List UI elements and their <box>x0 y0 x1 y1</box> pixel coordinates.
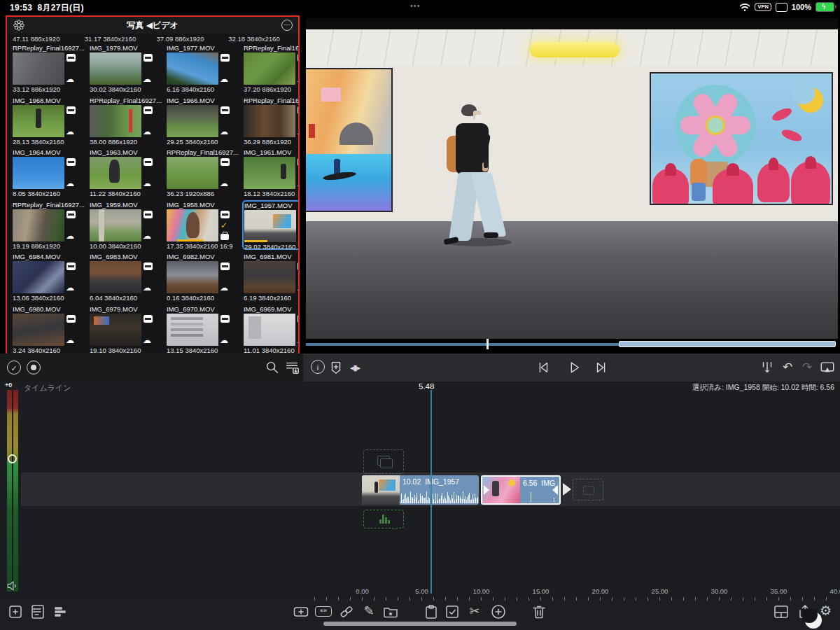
paste-attributes-button[interactable] <box>423 603 440 620</box>
clip-thumbnail[interactable] <box>90 52 141 85</box>
next-clip-placeholder[interactable] <box>573 479 603 500</box>
track-layout-button[interactable] <box>52 603 69 620</box>
clip-thumbnail[interactable] <box>90 157 141 189</box>
clip-thumbnail[interactable] <box>167 314 218 346</box>
scrubber-selected-clip-range[interactable] <box>619 341 836 347</box>
library-clip-cell[interactable]: IMG_1964.MOV ✓ ☁ 8.05 3840x2160 <box>11 148 86 198</box>
new-project-button[interactable] <box>7 603 24 620</box>
split-scissors-button[interactable]: ✂ <box>466 603 483 620</box>
library-clip-cell[interactable]: IMG_1957.MOV ✓ ☁ 29.02 3840x2160 16:9 <box>242 200 300 251</box>
link-clips-button[interactable] <box>338 603 355 620</box>
library-clip-cell[interactable]: IMG_1966.MOV ✓ ☁ 29.25 3840x2160 <box>165 96 240 146</box>
clip-duration-resolution: 6.04 3840x2160 <box>90 294 162 302</box>
preview-scrubber[interactable] <box>306 339 838 351</box>
clip-thumbnail[interactable] <box>90 314 141 346</box>
home-indicator[interactable] <box>323 622 517 626</box>
add-marker-button[interactable] <box>328 360 344 375</box>
clip-thumbnail[interactable] <box>90 105 141 137</box>
next-clip-button[interactable] <box>594 360 609 375</box>
library-clip-cell[interactable]: IMG_6981.MOV ✓ ☁ 6.19 3840x2160 <box>242 252 300 302</box>
external-display-button[interactable] <box>820 360 835 375</box>
clip-thumbnail[interactable] <box>13 52 64 85</box>
timeline-ruler[interactable]: 0.005.0010.0015.0020.0025.0030.0035.0040… <box>332 587 840 595</box>
timeline-clip-img-1957[interactable]: 10.02 IMG_1957 <box>362 475 479 505</box>
clip-thumbnail[interactable] <box>13 157 64 189</box>
clip-thumbnail[interactable] <box>13 261 64 293</box>
library-clip-cell[interactable]: IMG_6982.MOV ✓ ☁ 0.16 3840x2160 <box>165 252 240 302</box>
library-clip-cell[interactable]: IMG_1961.MOV ✓ ☁ 18.12 3840x2160 <box>242 148 300 198</box>
clip-thumbnail[interactable] <box>244 157 295 189</box>
multitask-dots-icon[interactable]: ••• <box>410 1 421 10</box>
library-clip-cell[interactable]: RPReplay_Final16927... ✓ ☁ 37.20 886x192… <box>242 43 300 94</box>
library-clip-cell[interactable]: RPReplay_Final16927... ✓ ☁ 19.19 886x192… <box>11 200 86 251</box>
media-type-icon <box>298 158 300 166</box>
library-clip-cell[interactable]: RPReplay_Final16927... ✓ ☁ 36.23 1920x88… <box>165 148 240 198</box>
speaker-icon[interactable] <box>6 579 20 592</box>
clip-thumbnail[interactable] <box>13 105 64 137</box>
clip-thumbnail[interactable] <box>167 157 218 189</box>
clip-thumbnail[interactable] <box>13 209 64 241</box>
trim-handle-left[interactable] <box>484 485 489 495</box>
video-preview[interactable]: オランダ <box>306 18 838 339</box>
library-clip-cell[interactable]: IMG_6984.MOV ✓ ☁ 13.06 3840x2160 <box>11 252 86 302</box>
overlay-track-placeholder[interactable] <box>363 449 404 474</box>
clip-thumbnail[interactable] <box>13 314 64 346</box>
insert-clip-button[interactable] <box>293 603 309 620</box>
library-clip-cell[interactable]: IMG_1958.MOV ✓ ☁ 17.35 3840x2160 16:9 <box>165 200 240 251</box>
audio-level-meter[interactable] <box>7 390 18 592</box>
clip-thumbnail[interactable] <box>244 261 295 293</box>
library-clip-cell[interactable]: RPReplay_Final16927... ✓ ☁ 36.29 886x192… <box>242 96 300 146</box>
clip-thumbnail[interactable] <box>90 209 141 241</box>
transition-button[interactable]: «» <box>315 606 332 617</box>
clip-thumbnail[interactable] <box>244 105 295 137</box>
clip-thumbnail[interactable] <box>244 314 295 346</box>
library-clip-cell[interactable]: IMG_6969.MOV ✓ ☁ 11.01 3840x2160 <box>242 304 300 355</box>
trim-tool-icon[interactable]: ◂▮▸ <box>346 360 363 375</box>
clip-thumbnail[interactable] <box>167 52 218 85</box>
library-breadcrumb-title[interactable]: 写真 ◀ビデオ <box>7 20 298 31</box>
library-clip-cell[interactable]: IMG_6980.MOV ✓ ☁ 3.24 3840x2160 <box>11 304 86 355</box>
edit-pencil-button[interactable]: ✎ <box>360 603 377 620</box>
clip-thumbnail[interactable] <box>167 209 218 241</box>
library-clip-cell[interactable]: RPReplay_Final16927... ✓ ☁ 33.12 886x192… <box>11 43 86 94</box>
add-button[interactable] <box>490 603 507 620</box>
more-options-icon[interactable]: ⋯ <box>281 20 293 31</box>
timeline-playhead[interactable] <box>430 390 432 594</box>
effects-preset-button[interactable] <box>382 603 399 620</box>
library-clip-cell[interactable]: IMG_1959.MOV ✓ ☁ 10.00 3840x2160 <box>88 200 163 251</box>
clip-thumbnail[interactable] <box>244 210 296 242</box>
play-button[interactable] <box>566 360 582 375</box>
multi-select-button[interactable]: ✓ <box>7 360 21 374</box>
clip-thumbnail[interactable] <box>167 105 218 137</box>
trim-handle-right[interactable] <box>552 485 558 495</box>
timeline-clip-img-1958-selected[interactable]: 6.56 IMG_1958 <box>481 475 561 505</box>
library-clip-cell[interactable]: RPReplay_Final16927... ✓ ☁ 38.00 886x192… <box>88 96 163 146</box>
previous-clip-button[interactable] <box>536 360 551 375</box>
library-clip-cell[interactable]: IMG_1977.MOV ✓ ☁ 6.16 3840x2160 <box>165 43 240 94</box>
delete-trash-button[interactable] <box>531 603 547 620</box>
search-button[interactable] <box>265 360 280 375</box>
library-clip-cell[interactable]: IMG_1963.MOV ✓ ☁ 11.22 3840x2160 <box>88 148 163 198</box>
clip-info-button[interactable]: i <box>311 360 325 374</box>
library-clip-cell[interactable]: IMG_1968.MOV ✓ ☁ 28.13 3840x2160 <box>11 96 86 146</box>
clip-thumbnail[interactable] <box>167 261 218 293</box>
insert-overwrite-toggle[interactable] <box>760 360 775 375</box>
clip-thumbnail[interactable] <box>244 52 295 85</box>
import-list-button[interactable] <box>284 360 300 375</box>
library-clip-cell[interactable]: IMG_1979.MOV ✓ ☁ 30.02 3840x2160 <box>88 43 163 94</box>
scrubber-playhead[interactable] <box>486 339 489 349</box>
clip-duration-resolution: 0.16 3840x2160 <box>167 294 239 302</box>
select-checkbox-button[interactable] <box>444 603 461 620</box>
redo-button[interactable]: ↷ <box>799 360 816 375</box>
library-clip-cell[interactable]: IMG_6979.MOV ✓ ☁ 19.10 3840x2160 <box>88 304 163 355</box>
undo-button[interactable]: ↶ <box>779 360 796 375</box>
record-button[interactable] <box>27 360 41 374</box>
audio-track-placeholder[interactable] <box>363 510 404 528</box>
project-manager-button[interactable] <box>29 603 46 620</box>
library-clip-cell[interactable]: IMG_6983.MOV ✓ ☁ 6.04 3840x2160 <box>88 252 163 302</box>
preview-layout-button[interactable] <box>773 603 790 620</box>
library-clip-cell[interactable]: IMG_6970.MOV ✓ ☁ 13.15 3840x2160 <box>165 304 240 355</box>
clip-thumbnail[interactable] <box>90 261 141 293</box>
timeline-panel[interactable]: タイムライン 5.48 選択済み: IMG_1958 開始: 10.02 時間:… <box>0 382 840 601</box>
volume-knob[interactable] <box>8 454 17 463</box>
